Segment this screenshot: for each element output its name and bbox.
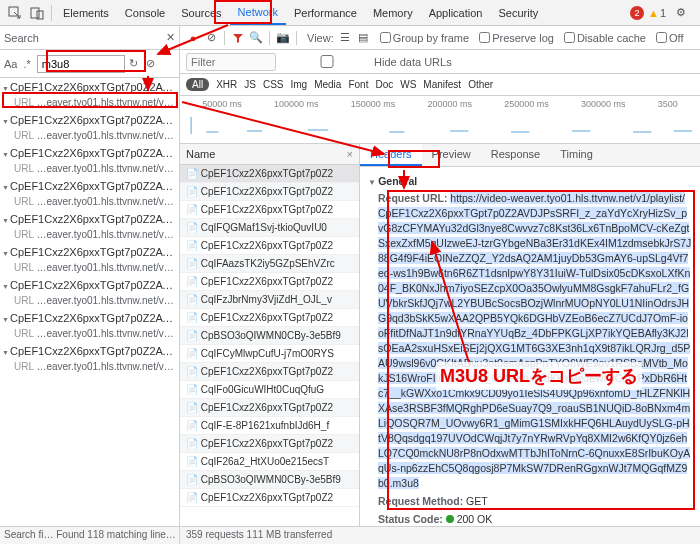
match-case-icon[interactable]: Aa bbox=[4, 58, 17, 70]
device-icon[interactable] bbox=[29, 5, 45, 21]
request-row[interactable]: 📄 CqIF26a2_HtXUo0e215ecsT bbox=[180, 453, 359, 471]
type-img[interactable]: Img bbox=[290, 79, 307, 90]
request-url-key: Request URL: bbox=[378, 192, 447, 204]
search-result-file[interactable]: CpEF1Cxz2X6pxxTGpt7p0Z2AVDJP… bbox=[0, 144, 179, 162]
search-result-url[interactable]: URL …eaver.tyo01.hls.ttvnw.net/v… bbox=[0, 195, 179, 210]
tab-elements[interactable]: Elements bbox=[55, 2, 117, 24]
search-result-url[interactable]: URL …eaver.tyo01.hls.ttvnw.net/v… bbox=[0, 228, 179, 243]
type-ws[interactable]: WS bbox=[400, 79, 416, 90]
request-row[interactable]: 📄 CqIFzJbrNmy3VjiZdH_OJL_v bbox=[180, 291, 359, 309]
clear-network-icon[interactable]: ⊘ bbox=[204, 31, 218, 45]
tab-application[interactable]: Application bbox=[421, 2, 491, 24]
hide-data-urls-checkbox[interactable]: Hide data URLs bbox=[282, 55, 452, 68]
search-result-file[interactable]: CpEF1Cxz2X6pxxTGpt7p0Z2AVDJP… bbox=[0, 309, 179, 327]
settings-icon[interactable]: ⚙ bbox=[673, 5, 689, 21]
type-other[interactable]: Other bbox=[468, 79, 493, 90]
status-code-value: 200 OK bbox=[457, 513, 493, 525]
search-result-url[interactable]: URL …eaver.tyo01.hls.ttvnw.net/v… bbox=[0, 162, 179, 177]
detail-tab-response[interactable]: Response bbox=[481, 144, 551, 166]
request-row[interactable]: 📄 CpEF1Cxz2X6pxxTGpt7p0Z2 bbox=[180, 435, 359, 453]
general-section[interactable]: General bbox=[368, 175, 692, 187]
request-row[interactable]: 📄 CpEF1Cxz2X6pxxTGpt7p0Z2 bbox=[180, 399, 359, 417]
search-results-tree: CpEF1Cxz2X6pxxTGpt7p0Z2AVDJP…URL …eaver.… bbox=[0, 78, 179, 526]
request-method-value: GET bbox=[466, 495, 488, 507]
detail-tab-preview[interactable]: Preview bbox=[422, 144, 481, 166]
search-close-icon[interactable]: ✕ bbox=[166, 31, 175, 44]
request-row[interactable]: 📄 CpEF1Cxz2X6pxxTGpt7p0Z2 bbox=[180, 489, 359, 507]
request-row[interactable]: 📄 CqIFo0GicuWIHt0CuqQfuG bbox=[180, 381, 359, 399]
large-view-icon[interactable]: ▤ bbox=[356, 31, 370, 45]
detail-close-icon[interactable]: × bbox=[347, 148, 353, 160]
search-result-file[interactable]: CpEF1Cxz2X6pxxTGpt7p0Z2AVDJP… bbox=[0, 243, 179, 261]
inspect-icon[interactable] bbox=[7, 5, 23, 21]
search-result-url[interactable]: URL …eaver.tyo01.hls.ttvnw.net/v… bbox=[0, 96, 179, 111]
request-row[interactable]: 📄 CpBSO3oQIWMN0CBy-3e5Bf9 bbox=[180, 471, 359, 489]
type-media[interactable]: Media bbox=[314, 79, 341, 90]
footer-request-summary: 359 requests 111 MB transferred bbox=[180, 527, 700, 544]
request-row[interactable]: 📄 CqIFAazsTK2iy5GZpSEhVZrc bbox=[180, 255, 359, 273]
filter-input[interactable] bbox=[186, 53, 276, 71]
request-row[interactable]: 📄 CpEF1Cxz2X6pxxTGpt7p0Z2 bbox=[180, 201, 359, 219]
request-method-key: Request Method: bbox=[378, 495, 463, 507]
request-row[interactable]: 📄 CpEF1Cxz2X6pxxTGpt7p0Z2 bbox=[180, 165, 359, 183]
tab-network[interactable]: Network bbox=[230, 1, 286, 25]
offline-checkbox[interactable]: Off bbox=[656, 32, 683, 44]
request-row[interactable]: 📄 CpEF1Cxz2X6pxxTGpt7p0Z2 bbox=[180, 309, 359, 327]
request-row[interactable]: 📄 CpEF1Cxz2X6pxxTGpt7p0Z2 bbox=[180, 183, 359, 201]
tab-security[interactable]: Security bbox=[490, 2, 546, 24]
search-icon[interactable]: 🔍 bbox=[249, 31, 263, 45]
type-all[interactable]: All bbox=[186, 78, 209, 91]
request-row[interactable]: 📄 CpEF1Cxz2X6pxxTGpt7p0Z2 bbox=[180, 363, 359, 381]
type-doc[interactable]: Doc bbox=[375, 79, 393, 90]
refresh-icon[interactable]: ↻ bbox=[129, 57, 138, 70]
tab-console[interactable]: Console bbox=[117, 2, 173, 24]
svg-rect-1 bbox=[31, 8, 39, 18]
type-font[interactable]: Font bbox=[348, 79, 368, 90]
warnings-badge[interactable]: ▲1 bbox=[648, 7, 666, 19]
errors-badge[interactable]: 2 bbox=[630, 6, 644, 20]
request-row[interactable]: 📄 CqIF-E-8P1621xufnbIJd6H_f bbox=[180, 417, 359, 435]
record-icon[interactable]: ● bbox=[186, 31, 200, 45]
request-row[interactable]: 📄 CpBSO3oQIWMN0CBy-3e5Bf9 bbox=[180, 327, 359, 345]
search-label: Search bbox=[4, 32, 39, 44]
preserve-log-checkbox[interactable]: Preserve log bbox=[479, 32, 554, 44]
request-row[interactable]: 📄 CqIFQGMaf1Svj-tkioQuvIU0 bbox=[180, 219, 359, 237]
request-row[interactable]: 📄 CpEF1Cxz2X6pxxTGpt7p0Z2 bbox=[180, 273, 359, 291]
group-by-frame-checkbox[interactable]: Group by frame bbox=[380, 32, 469, 44]
search-result-file[interactable]: CpEF1Cxz2X6pxxTGpt7p0Z2AVDJP… bbox=[0, 276, 179, 294]
detail-tab-headers[interactable]: Headers bbox=[360, 144, 422, 166]
search-result-url[interactable]: URL …eaver.tyo01.hls.ttvnw.net/v… bbox=[0, 360, 179, 375]
view-label: View: bbox=[307, 32, 334, 44]
list-view-icon[interactable]: ☰ bbox=[338, 31, 352, 45]
request-url-value[interactable]: https://video-weaver.tyo01.hls.ttvnw.net… bbox=[378, 192, 691, 489]
search-result-file[interactable]: CpEF1Cxz2X6pxxTGpt7p0Z2AVDJP… bbox=[0, 78, 179, 96]
search-result-file[interactable]: CpEF1Cxz2X6pxxTGpt7p0Z2AVDJP… bbox=[0, 210, 179, 228]
search-result-file[interactable]: CpEF1Cxz2X6pxxTGpt7p0Z2AVDJP… bbox=[0, 111, 179, 129]
search-result-url[interactable]: URL …eaver.tyo01.hls.ttvnw.net/v… bbox=[0, 129, 179, 144]
tab-memory[interactable]: Memory bbox=[365, 2, 421, 24]
type-js[interactable]: JS bbox=[244, 79, 256, 90]
search-result-url[interactable]: URL …eaver.tyo01.hls.ttvnw.net/v… bbox=[0, 261, 179, 276]
timeline-overview[interactable]: 50000 ms 100000 ms 150000 ms 200000 ms 2… bbox=[180, 96, 700, 144]
search-input[interactable] bbox=[37, 55, 125, 73]
type-css[interactable]: CSS bbox=[263, 79, 284, 90]
filter-icon[interactable] bbox=[231, 31, 245, 45]
disable-cache-checkbox[interactable]: Disable cache bbox=[564, 32, 646, 44]
search-result-url[interactable]: URL …eaver.tyo01.hls.ttvnw.net/v… bbox=[0, 294, 179, 309]
search-result-url[interactable]: URL …eaver.tyo01.hls.ttvnw.net/v… bbox=[0, 327, 179, 342]
clear-icon[interactable]: ⊘ bbox=[146, 57, 155, 70]
footer-search-status: Search fi… Found 118 matching line… bbox=[0, 527, 180, 544]
request-row[interactable]: 📄 CqIFCyMlwpCufU-j7mO0RYS bbox=[180, 345, 359, 363]
type-manifest[interactable]: Manifest bbox=[423, 79, 461, 90]
status-code-key: Status Code: bbox=[378, 513, 443, 525]
screenshot-icon[interactable]: 📷 bbox=[276, 31, 290, 45]
type-xhr[interactable]: XHR bbox=[216, 79, 237, 90]
regex-icon[interactable]: .* bbox=[23, 58, 30, 70]
search-result-file[interactable]: CpEF1Cxz2X6pxxTGpt7p0Z2AVDJP… bbox=[0, 342, 179, 360]
tab-performance[interactable]: Performance bbox=[286, 2, 365, 24]
search-result-file[interactable]: CpEF1Cxz2X6pxxTGpt7p0Z2AVDJP… bbox=[0, 177, 179, 195]
tab-sources[interactable]: Sources bbox=[173, 2, 229, 24]
request-row[interactable]: 📄 CpEF1Cxz2X6pxxTGpt7p0Z2 bbox=[180, 237, 359, 255]
detail-tab-timing[interactable]: Timing bbox=[550, 144, 603, 166]
name-column-header[interactable]: Name× bbox=[180, 144, 359, 165]
